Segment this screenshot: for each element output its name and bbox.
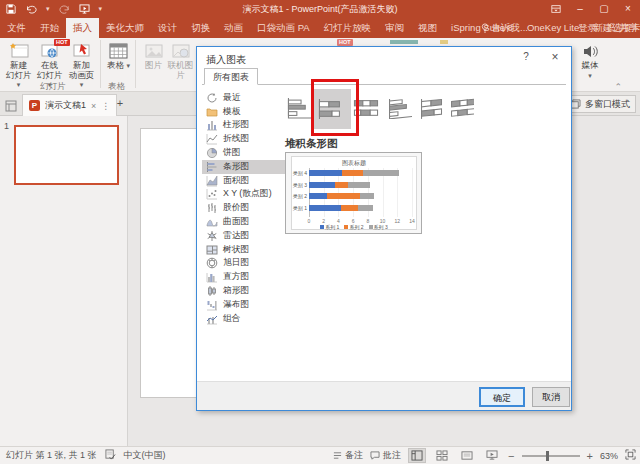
dialog-close-button[interactable]: × bbox=[547, 50, 563, 64]
zoom-in-button[interactable]: + bbox=[587, 450, 593, 462]
ribbon-tab-文件[interactable]: 文件 bbox=[0, 18, 33, 38]
chart-type-树状图[interactable]: 树状图 bbox=[202, 243, 288, 257]
ribbon-tab-设计[interactable]: 设计 bbox=[151, 18, 184, 38]
bar-segment-系列 3 bbox=[360, 193, 375, 199]
document-tab-title: 演示文稿1 bbox=[45, 99, 86, 112]
chart-type-X Y (散点图)[interactable]: X Y (散点图) bbox=[202, 188, 288, 202]
reading-view-icon[interactable] bbox=[458, 448, 476, 463]
new-slide-icon bbox=[3, 41, 34, 61]
chart-type-面积图[interactable]: 面积图 bbox=[202, 174, 288, 188]
maximize-button[interactable]: ▢ bbox=[592, 0, 616, 18]
slide-number: 1 bbox=[4, 121, 9, 131]
fit-to-window-icon[interactable] bbox=[625, 449, 636, 462]
ok-button[interactable]: 确定 bbox=[479, 387, 525, 407]
notes-button[interactable]: 备注 bbox=[333, 449, 363, 462]
chart-type-label: 折线图 bbox=[223, 133, 249, 145]
dialog-footer: 确定 取消 bbox=[197, 381, 571, 410]
minimize-button[interactable]: – bbox=[568, 0, 592, 18]
zoom-slider[interactable] bbox=[522, 455, 580, 457]
subtype-三维堆积条形图[interactable] bbox=[416, 94, 446, 122]
ribbon-tab-动画[interactable]: 动画 bbox=[217, 18, 250, 38]
slide-thumbnail[interactable] bbox=[14, 125, 119, 185]
new-anim-page-button[interactable]: 新加动画页 ▾ bbox=[66, 41, 97, 87]
new-slide-button[interactable]: 新建幻灯片 ▾ bbox=[3, 41, 34, 87]
slide-sorter-icon[interactable] bbox=[433, 448, 451, 463]
chart-type-list: 最近模板柱形图折线图饼图条形图面积图X Y (散点图)股价图曲面图雷达图树状图旭… bbox=[202, 91, 288, 326]
chart-type-股价图[interactable]: 股价图 bbox=[202, 201, 288, 215]
zoom-slider-thumb[interactable] bbox=[546, 451, 549, 461]
sign-in-link[interactable]: 登录 bbox=[578, 22, 597, 35]
help-button[interactable]: ? bbox=[519, 51, 533, 62]
bar-segment-系列 2 bbox=[327, 193, 359, 199]
slideshow-icon[interactable] bbox=[483, 448, 501, 463]
ribbon-tab-插入[interactable]: 插入 bbox=[66, 18, 99, 38]
chart-type-饼图[interactable]: 饼图 bbox=[202, 146, 288, 160]
chart-type-label: 股价图 bbox=[223, 202, 249, 214]
template-chart-icon bbox=[206, 106, 218, 118]
cancel-button[interactable]: 取消 bbox=[532, 387, 570, 407]
close-button[interactable]: × bbox=[616, 0, 640, 18]
person-icon bbox=[607, 23, 616, 33]
normal-view-icon[interactable] bbox=[408, 448, 426, 463]
ribbon-tab-幻灯片放映[interactable]: 幻灯片放映 bbox=[317, 18, 379, 38]
subtype-三维百分比堆积条形图[interactable] bbox=[446, 94, 476, 122]
subtype-三维簇状条形图[interactable] bbox=[384, 94, 414, 122]
chart-preview-frame[interactable]: 图表标题 02468101214类别 4类别 3类别 2类别 1系列 1系列 2… bbox=[285, 152, 422, 234]
chart-type-曲面图[interactable]: 曲面图 bbox=[202, 215, 288, 229]
ribbon-tab-切换[interactable]: 切换 bbox=[184, 18, 217, 38]
chart-type-雷达图[interactable]: 雷达图 bbox=[202, 229, 288, 243]
dropdown-caret-icon: ▾ bbox=[126, 62, 130, 69]
chart-type-直方图[interactable]: 直方图 bbox=[202, 270, 288, 284]
title-bar: ▾ ▾ 演示文稿1 - PowerPoint(产品激活失败) – ▢ × bbox=[0, 0, 640, 18]
multi-window-mode-button[interactable]: 多窗口模式 bbox=[564, 95, 636, 113]
slide-thumbnail-panel: 1 bbox=[0, 116, 128, 446]
chart-type-箱形图[interactable]: 箱形图 bbox=[202, 284, 288, 298]
ribbon-tab-视图[interactable]: 视图 bbox=[411, 18, 444, 38]
zoom-out-button[interactable]: − bbox=[508, 450, 514, 462]
new-anim-page-icon bbox=[66, 41, 97, 61]
chart-type-组合[interactable]: 组合 bbox=[202, 312, 288, 326]
ribbon-tab-口袋动画 PA[interactable]: 口袋动画 PA bbox=[250, 18, 317, 38]
comments-button[interactable]: 批注 bbox=[370, 449, 401, 462]
bar-segment-系列 1 bbox=[309, 193, 327, 199]
ribbon-display-options-icon[interactable] bbox=[544, 0, 568, 18]
dropdown-caret-icon: ▾ bbox=[17, 81, 21, 88]
document-tab[interactable]: P 演示文稿1 × ⋮ bbox=[22, 94, 117, 116]
chart-type-条形图[interactable]: 条形图 bbox=[202, 160, 288, 174]
dialog-title: 插入图表 bbox=[206, 53, 246, 67]
chart-type-旭日图[interactable]: 旭日图 bbox=[202, 257, 288, 271]
bar-segment-系列 2 bbox=[342, 170, 363, 176]
stacked-bar-类别 4 bbox=[309, 170, 399, 176]
chart-type-瀑布图[interactable]: 瀑布图 bbox=[202, 298, 288, 312]
collapse-ribbon-icon[interactable]: ⌃ bbox=[614, 82, 622, 92]
chart-legend: 系列 1系列 2系列 3 bbox=[292, 224, 416, 230]
close-tab-icon[interactable]: × bbox=[91, 101, 96, 111]
ribbon-tab-审阅[interactable]: 审阅 bbox=[378, 18, 411, 38]
media-button[interactable]: 媒体▾ bbox=[576, 41, 604, 87]
all-charts-tab[interactable]: 所有图表 bbox=[204, 68, 258, 85]
chart-type-label: 箱形图 bbox=[223, 285, 249, 297]
share-button[interactable]: 共享 bbox=[607, 22, 638, 35]
slide-info: 幻灯片 第 1 张, 共 1 张 bbox=[6, 449, 97, 462]
chart-type-折线图[interactable]: 折线图 bbox=[202, 132, 288, 146]
ribbon-tab-开始[interactable]: 开始 bbox=[33, 18, 66, 38]
chart-type-label: 饼图 bbox=[223, 147, 241, 159]
bar-segment-系列 3 bbox=[348, 182, 370, 188]
spellcheck-icon[interactable] bbox=[105, 449, 116, 462]
chart-type-最近[interactable]: 最近 bbox=[202, 91, 288, 105]
chart-type-label: 柱形图 bbox=[223, 119, 249, 131]
chart-type-模板[interactable]: 模板 bbox=[202, 105, 288, 119]
bar-segment-系列 3 bbox=[358, 205, 373, 211]
chart-type-柱形图[interactable]: 柱形图 bbox=[202, 119, 288, 133]
language-status[interactable]: 中文(中国) bbox=[124, 449, 166, 462]
ribbon-tab-美化大师[interactable]: 美化大师 bbox=[99, 18, 151, 38]
stacked-bar-类别 1 bbox=[309, 205, 373, 211]
sunburst-chart-icon bbox=[206, 257, 218, 269]
waterfall-chart-icon bbox=[206, 299, 218, 311]
new-tab-button[interactable]: + bbox=[112, 96, 128, 112]
combo-chart-icon bbox=[206, 313, 218, 325]
tell-me-box[interactable]: 告诉我... bbox=[481, 22, 528, 35]
zoom-level[interactable]: 63% bbox=[600, 451, 618, 461]
tab-list-icon[interactable] bbox=[5, 98, 17, 116]
tab-menu-icon[interactable]: ⋮ bbox=[101, 101, 110, 111]
